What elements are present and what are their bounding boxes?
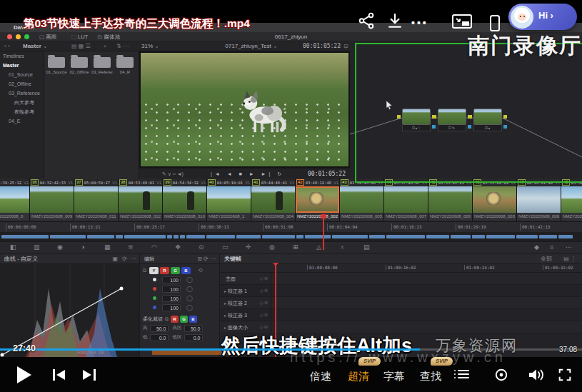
blur-icon[interactable]: ⊞ [293,243,298,251]
bin-item[interactable]: Timelines [0,51,44,61]
settings-button[interactable] [493,366,510,386]
node-1[interactable]: ⊡▴◔ [402,109,431,133]
timeline-clip[interactable]: 4103:44:48:41V1NMZY20220608_004 [251,179,296,221]
viewer-tool-icons[interactable]: ✎ ∨ ≈ ◄) [162,169,184,179]
color-match-icon[interactable]: ▥ [34,243,40,251]
edit-tab[interactable]: 编辑 [144,256,154,261]
bin-item[interactable]: Master [0,61,44,70]
node-input-connector[interactable] [397,115,401,119]
softclip-value-field[interactable]: 0.0 [150,334,169,341]
media-folder[interactable]: 04_R [114,57,136,74]
link-channels-icon[interactable]: ⧉ [143,268,146,273]
quality-button[interactable]: 超清 [348,370,369,383]
timeline-clip[interactable]: 3604:32:42:33V1NMZY20220608_009 [30,179,74,221]
play-button[interactable] [17,366,31,383]
cast-to-device-button[interactable] [488,14,501,33]
timeline-clip[interactable]: 4004:05:10:01V1NMZY20220608_1 [207,179,251,221]
softclip-g-button[interactable]: G [180,316,188,323]
curve-value-field[interactable]: 100 [162,276,181,283]
timeline-clip[interactable]: 4503:35:01:21V1NMZY20220608_006 [428,179,473,221]
share-button[interactable] [357,11,376,30]
reset-icon[interactable]: ◯ [186,295,193,301]
node-key-connector[interactable] [503,125,507,129]
panel-reset-icon[interactable]: ⟳ [122,254,127,264]
playlist-button[interactable] [458,370,469,381]
rgb-mixer-icon[interactable]: ▦ [104,243,111,251]
controls-header-icons[interactable]: ⊞ ⟳ ⋯ [197,254,216,264]
hdr-icon[interactable]: ◑ [81,243,84,251]
curve-value-field[interactable]: 100 [162,295,181,302]
sort-icon[interactable]: ⇅ ⋯ [116,41,129,51]
view-mode-icons[interactable]: ▤ ▦ ☰ [71,41,91,51]
account-button[interactable]: Hi › [508,4,577,30]
camera-raw-icon[interactable]: ◧ [10,243,16,251]
timeline-clip[interactable]: 4203:48:12:48V1NMZY20220608_002 [296,179,340,221]
next-button[interactable] [83,369,99,381]
search-icon[interactable]: ⌕ [104,41,106,51]
curve-value-field[interactable]: 100 [162,286,181,293]
qualifier-icon[interactable]: ⊙ [199,243,204,251]
stereo-3d-icon[interactable]: ▤ [363,243,370,251]
reset-icon[interactable]: ◯ [186,276,193,283]
expand-caret-icon[interactable]: ▸ [224,301,226,306]
node-key-connector[interactable] [468,125,471,129]
link-channels-icon[interactable]: ⧉ [165,316,169,322]
reset-icon[interactable]: ◯ [186,304,193,311]
previous-button[interactable] [53,369,69,381]
bin-dropdown[interactable]: Master ⌄ [23,41,48,51]
more-button[interactable]: ••• [411,17,428,29]
panel-more-icon[interactable]: ⋯ [130,254,136,264]
node-input-connector[interactable] [433,115,436,119]
viewer-zoom-dropdown[interactable]: 31% ⌄ [141,41,159,51]
sizing-icon[interactable]: ♁ [340,243,345,251]
pip-button[interactable] [451,13,473,30]
timeline-clip[interactable]: 4704:18:41:40V1NMZY20220608_006 [517,179,561,221]
panel-expand-icon[interactable]: ▣ [112,254,118,264]
palette-right-icon[interactable]: ◆ [534,243,539,251]
video-frame[interactable]: DaVinci 0617_zhiyun ▢画廊 ⬚LUT 🗀媒体池 ‹ › Ma… [0,23,582,357]
keyframes-header-icons[interactable]: ▤ ⋮ [563,254,576,264]
media-folder[interactable]: 03_Referen [91,57,113,74]
curve-value-field[interactable]: 100 [162,304,181,311]
expand-caret-icon[interactable]: ▸ [224,289,226,293]
bin-item[interactable]: 03_Reference [0,89,44,98]
magic-mask-icon[interactable]: ◍ [269,243,275,251]
softclip-value-field[interactable]: 50.0 [150,325,169,332]
playback-speed-button[interactable]: 倍速 [310,370,331,383]
key-icon[interactable]: ◬ [316,243,321,251]
media-pool-button[interactable]: 🗀媒体池 [97,32,120,41]
mini-timeline[interactable] [0,232,582,241]
expand-caret-icon[interactable]: ▸ [224,313,226,318]
timeline-clip[interactable]: 4603:53:04:29V1NMZY20220608_003 [473,179,517,221]
color-wheels-icon[interactable]: ◉ [57,243,63,251]
node-graph-panel[interactable]: ⊡▴◔ ⊡✎ ⊡▴ [350,41,582,179]
curves-icon[interactable]: ◠ [151,243,157,251]
power-window-icon[interactable]: ▭ [222,243,229,251]
timeline-clip[interactable]: 3705:00:59:27V1NMZY20220608_011 [74,179,119,221]
media-folder[interactable]: 01_Source [46,57,67,74]
tracker-icon[interactable]: ✛ [246,243,251,251]
timeline-clip[interactable]: 3503:38:25:12V1NMZY20220608_0 [0,179,30,221]
softclip-value-field[interactable]: 50.0 [184,325,203,332]
bin-item[interactable]: 夜晚参考 [0,107,44,116]
channel-r-button[interactable]: R [160,267,169,274]
timeline-clip[interactable]: 4303:34:43:48V1NMZY20220608_005 [340,179,384,221]
channel-g-button[interactable]: G [171,267,180,274]
timeline-ruler[interactable]: 00:00:00:0000:00:13:2100:00:25:1700:00:3… [0,221,582,232]
softclip-r-button[interactable]: R [171,316,179,323]
bin-item[interactable]: 02_Offline [0,79,44,89]
reset-icon[interactable]: ◯ [186,286,193,292]
timeline-name-dropdown[interactable]: 0717_zhiuyn_Test ⌄ [201,41,301,51]
bin-item[interactable]: 04_E [0,116,44,126]
motion-effects-icon[interactable]: ≋ [128,243,134,251]
palette-right-icon[interactable]: ⋯ [566,243,572,251]
timeline-clip[interactable]: 3804:53:49:01V1NMZY20220608_012 [119,179,163,221]
timeline-clip[interactable]: 3904:54:34:32V1NMZY20220608_010 [163,179,207,221]
media-folder[interactable]: 02_Offline [69,57,90,74]
timeline-clip[interactable]: 4803:50:40:20V1NMZY20220608_1 [561,179,582,221]
softclip-value-field[interactable]: 0.0 [184,334,203,341]
node-output-connector[interactable] [503,115,507,119]
node-key-connector[interactable] [432,125,436,129]
download-button[interactable] [386,11,404,30]
find-button[interactable]: 查找 [420,370,441,383]
